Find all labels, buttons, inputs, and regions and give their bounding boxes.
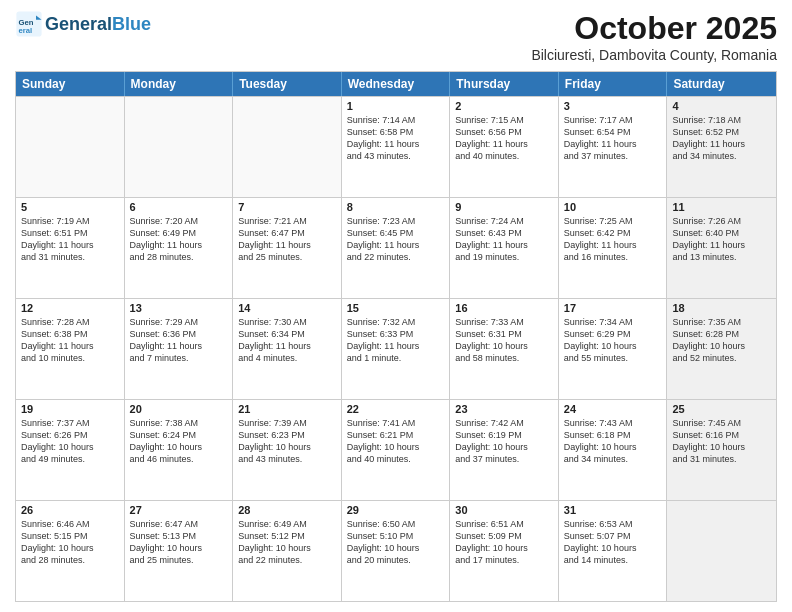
cell-info-line: Sunrise: 7:37 AM xyxy=(21,417,119,429)
cell-info-line: Daylight: 11 hours xyxy=(672,239,771,251)
cell-info-line: and 17 minutes. xyxy=(455,554,553,566)
cell-info-line: Sunset: 6:26 PM xyxy=(21,429,119,441)
cell-info-line: Sunrise: 7:29 AM xyxy=(130,316,228,328)
cell-info-line: Sunset: 6:19 PM xyxy=(455,429,553,441)
day-number: 13 xyxy=(130,302,228,314)
cal-header-cell-thursday: Thursday xyxy=(450,72,559,96)
cell-info-line: Sunrise: 7:25 AM xyxy=(564,215,662,227)
cell-info-line: Daylight: 10 hours xyxy=(564,441,662,453)
calendar-body: 1Sunrise: 7:14 AMSunset: 6:58 PMDaylight… xyxy=(16,96,776,601)
cal-cell-1-6: 3Sunrise: 7:17 AMSunset: 6:54 PMDaylight… xyxy=(559,97,668,197)
cal-cell-5-5: 30Sunrise: 6:51 AMSunset: 5:09 PMDayligh… xyxy=(450,501,559,601)
cell-info-line: and 14 minutes. xyxy=(564,554,662,566)
cell-info-line: Sunrise: 7:17 AM xyxy=(564,114,662,126)
cell-info-line: Sunset: 5:15 PM xyxy=(21,530,119,542)
cal-cell-4-2: 20Sunrise: 7:38 AMSunset: 6:24 PMDayligh… xyxy=(125,400,234,500)
cal-week-4: 19Sunrise: 7:37 AMSunset: 6:26 PMDayligh… xyxy=(16,399,776,500)
cell-info-line: Sunrise: 6:50 AM xyxy=(347,518,445,530)
cell-info-line: Daylight: 10 hours xyxy=(347,441,445,453)
cell-info-line: Daylight: 11 hours xyxy=(238,239,336,251)
cell-info-line: and 43 minutes. xyxy=(347,150,445,162)
header: Gen eral GeneralBlue October 2025 Bilciu… xyxy=(15,10,777,63)
cell-info-line: Daylight: 11 hours xyxy=(455,239,553,251)
cal-cell-2-3: 7Sunrise: 7:21 AMSunset: 6:47 PMDaylight… xyxy=(233,198,342,298)
cell-info-line: and 37 minutes. xyxy=(564,150,662,162)
cell-info-line: Daylight: 10 hours xyxy=(672,441,771,453)
logo-blue-text: Blue xyxy=(112,14,151,34)
cell-info-line: Sunset: 6:49 PM xyxy=(130,227,228,239)
cell-info-line: and 22 minutes. xyxy=(238,554,336,566)
cell-info-line: Daylight: 11 hours xyxy=(21,239,119,251)
cell-info-line: and 58 minutes. xyxy=(455,352,553,364)
cal-cell-2-2: 6Sunrise: 7:20 AMSunset: 6:49 PMDaylight… xyxy=(125,198,234,298)
cal-cell-3-5: 16Sunrise: 7:33 AMSunset: 6:31 PMDayligh… xyxy=(450,299,559,399)
day-number: 25 xyxy=(672,403,771,415)
cell-info-line: and 34 minutes. xyxy=(564,453,662,465)
cell-info-line: Sunrise: 7:26 AM xyxy=(672,215,771,227)
cal-cell-4-3: 21Sunrise: 7:39 AMSunset: 6:23 PMDayligh… xyxy=(233,400,342,500)
cal-cell-4-5: 23Sunrise: 7:42 AMSunset: 6:19 PMDayligh… xyxy=(450,400,559,500)
day-number: 31 xyxy=(564,504,662,516)
cal-cell-1-2 xyxy=(125,97,234,197)
day-number: 2 xyxy=(455,100,553,112)
cell-info-line: and 43 minutes. xyxy=(238,453,336,465)
cell-info-line: Daylight: 10 hours xyxy=(455,441,553,453)
cell-info-line: Sunrise: 7:43 AM xyxy=(564,417,662,429)
cell-info-line: Daylight: 11 hours xyxy=(564,138,662,150)
cal-header-cell-sunday: Sunday xyxy=(16,72,125,96)
svg-text:eral: eral xyxy=(19,26,33,35)
cell-info-line: Sunset: 6:18 PM xyxy=(564,429,662,441)
cell-info-line: Sunrise: 6:49 AM xyxy=(238,518,336,530)
cell-info-line: Sunrise: 7:21 AM xyxy=(238,215,336,227)
cal-cell-1-4: 1Sunrise: 7:14 AMSunset: 6:58 PMDaylight… xyxy=(342,97,451,197)
cal-cell-5-6: 31Sunrise: 6:53 AMSunset: 5:07 PMDayligh… xyxy=(559,501,668,601)
day-number: 15 xyxy=(347,302,445,314)
cell-info-line: Daylight: 10 hours xyxy=(347,542,445,554)
cell-info-line: and 20 minutes. xyxy=(347,554,445,566)
cell-info-line: and 22 minutes. xyxy=(347,251,445,263)
cal-cell-1-7: 4Sunrise: 7:18 AMSunset: 6:52 PMDaylight… xyxy=(667,97,776,197)
cell-info-line: Daylight: 10 hours xyxy=(238,542,336,554)
day-number: 10 xyxy=(564,201,662,213)
cell-info-line: Sunrise: 7:19 AM xyxy=(21,215,119,227)
cell-info-line: and 19 minutes. xyxy=(455,251,553,263)
cal-cell-3-7: 18Sunrise: 7:35 AMSunset: 6:28 PMDayligh… xyxy=(667,299,776,399)
cell-info-line: Sunset: 5:07 PM xyxy=(564,530,662,542)
cell-info-line: Sunrise: 7:32 AM xyxy=(347,316,445,328)
cell-info-line: Sunset: 5:09 PM xyxy=(455,530,553,542)
day-number: 17 xyxy=(564,302,662,314)
cell-info-line: Sunset: 6:56 PM xyxy=(455,126,553,138)
cell-info-line: Daylight: 10 hours xyxy=(238,441,336,453)
cell-info-line: Sunset: 6:42 PM xyxy=(564,227,662,239)
cell-info-line: Sunrise: 7:20 AM xyxy=(130,215,228,227)
month-title: October 2025 xyxy=(531,10,777,47)
cal-cell-1-5: 2Sunrise: 7:15 AMSunset: 6:56 PMDaylight… xyxy=(450,97,559,197)
cell-info-line: Daylight: 11 hours xyxy=(130,239,228,251)
cell-info-line: and 40 minutes. xyxy=(455,150,553,162)
cell-info-line: Daylight: 10 hours xyxy=(564,340,662,352)
day-number: 1 xyxy=(347,100,445,112)
day-number: 28 xyxy=(238,504,336,516)
cell-info-line: and 37 minutes. xyxy=(455,453,553,465)
cell-info-line: Sunrise: 7:45 AM xyxy=(672,417,771,429)
cell-info-line: Sunset: 6:23 PM xyxy=(238,429,336,441)
cal-cell-5-2: 27Sunrise: 6:47 AMSunset: 5:13 PMDayligh… xyxy=(125,501,234,601)
day-number: 5 xyxy=(21,201,119,213)
cell-info-line: and 31 minutes. xyxy=(21,251,119,263)
cal-cell-3-6: 17Sunrise: 7:34 AMSunset: 6:29 PMDayligh… xyxy=(559,299,668,399)
cell-info-line: and 34 minutes. xyxy=(672,150,771,162)
logo: Gen eral GeneralBlue xyxy=(15,10,151,38)
cal-cell-3-2: 13Sunrise: 7:29 AMSunset: 6:36 PMDayligh… xyxy=(125,299,234,399)
day-number: 19 xyxy=(21,403,119,415)
cal-header-cell-tuesday: Tuesday xyxy=(233,72,342,96)
cell-info-line: Sunrise: 7:38 AM xyxy=(130,417,228,429)
cell-info-line: Sunset: 6:24 PM xyxy=(130,429,228,441)
cell-info-line: Sunrise: 7:33 AM xyxy=(455,316,553,328)
cal-cell-1-1 xyxy=(16,97,125,197)
cal-cell-5-1: 26Sunrise: 6:46 AMSunset: 5:15 PMDayligh… xyxy=(16,501,125,601)
day-number: 30 xyxy=(455,504,553,516)
cell-info-line: Sunset: 6:58 PM xyxy=(347,126,445,138)
cell-info-line: Daylight: 10 hours xyxy=(130,441,228,453)
cal-week-3: 12Sunrise: 7:28 AMSunset: 6:38 PMDayligh… xyxy=(16,298,776,399)
logo-icon: Gen eral xyxy=(15,10,43,38)
